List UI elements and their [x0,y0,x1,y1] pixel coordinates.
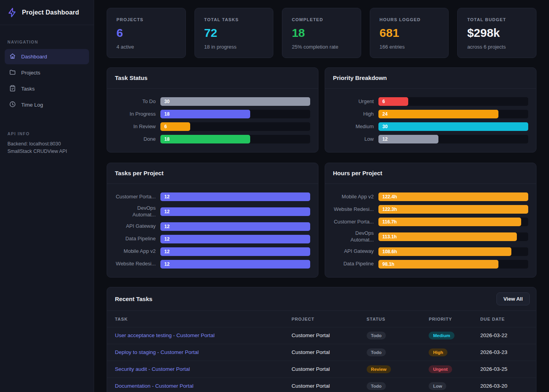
chart-bar-row: Done18 [115,135,310,143]
sidebar-item-label: Dashboard [21,54,47,60]
stat-card-completed: COMPLETED1825% completion rate [282,8,361,58]
chart-category-label: Urgent [333,98,374,105]
chart-category-label: Website Redesi... [333,206,374,213]
table-row: Security audit - Customer PortalCustomer… [107,361,536,377]
column-header-due-date: DUE DATE [480,311,536,327]
chart-bar-value: 12 [164,194,169,200]
chart-bar-track: 18 [160,110,310,118]
sidebar-item-tasks[interactable]: Tasks [5,81,89,96]
chart-category-label: DevOps Automat... [333,230,374,243]
task-link[interactable]: User acceptance testing - Customer Porta… [115,332,215,338]
clipboard-check-icon [9,85,16,93]
app-logo: Project Dashboard [0,0,94,25]
chart-bar-track: 12 [160,235,310,243]
task-link[interactable]: Security audit - Customer Portal [115,366,190,372]
chart-bar: 108.6h [378,247,511,256]
chart-bar-track: 30 [378,122,528,131]
chart-title: Hours per Project [333,170,382,176]
chart-bar: 6 [378,97,408,106]
chart-category-label: To Do [115,98,156,105]
table-row: Documentation - Customer PortalCustomer … [107,377,536,392]
view-all-button[interactable]: View All [496,292,530,305]
chart-bar-value: 122.4h [382,194,397,200]
chart-bar-track: 12 [160,260,310,269]
sidebar-item-label: Projects [21,70,40,76]
chart-title: Priority Breakdown [333,74,387,81]
chart-category-label: In Progress [115,111,156,118]
chart-category-label: Medium [333,123,374,130]
cell-priority: Low [429,377,480,392]
tasks-per-project-chart: Tasks per ProjectCustomer Porta...12DevO… [107,163,318,278]
stats-row: PROJECTS64 activeTOTAL TASKS7218 in prog… [107,8,536,58]
stat-label: TOTAL BUDGET [467,17,527,22]
stat-card-hours-logged: HOURS LOGGED681166 entries [370,8,449,58]
chart-bar-row: Customer Porta...12 [115,192,310,201]
stat-label: COMPLETED [292,17,351,22]
stat-value: 18 [292,27,351,39]
chart-body: To Do30In Progress18In Review6Done18 [107,89,318,152]
task-link[interactable]: Deploy to staging - Customer Portal [115,349,199,355]
table-row: Deploy to staging - Customer PortalCusto… [107,344,536,361]
cell-due-date: 2026-03-22 [480,327,536,344]
chart-bar-track: 6 [378,97,528,106]
recent-tasks-title: Recent Tasks [115,296,153,302]
chart-bar-track: 12 [160,207,310,216]
chart-body: Urgent6High24Medium30Low12 [325,89,536,152]
chart-bar-row: High24 [333,110,528,118]
status-badge: Todo [367,332,386,339]
cell-status: Todo [367,327,429,344]
chart-bar-row: Data Pipeline12 [115,235,310,243]
sidebar-item-time-log[interactable]: Time Log [5,97,89,113]
chart-header: Hours per Project [325,163,536,184]
chart-bar-value: 6 [164,124,167,129]
nav-list: DashboardProjectsTasksTime Log [5,49,89,113]
chart-bar-value: 24 [382,111,387,117]
cell-priority: Urgent [429,361,480,377]
stat-subtext: 25% completion rate [292,44,351,50]
chart-category-label: Low [333,136,374,143]
priority-badge: Low [429,382,446,390]
chart-bar-row: Website Redesi...12 [115,260,310,269]
cell-task: Deploy to staging - Customer Portal [107,344,291,361]
chart-bar-value: 30 [164,99,169,104]
chart-bar: 122.3h [378,205,528,214]
chart-bar-value: 30 [382,124,387,129]
chart-bar-row: API Gateway108.6h [333,247,528,256]
cell-project: Customer Portal [291,377,366,392]
stat-label: HOURS LOGGED [380,17,439,22]
stat-card-projects: PROJECTS64 active [107,8,186,58]
cell-status: Todo [367,377,429,392]
chart-bar: 24 [378,110,498,118]
chart-bar-row: Data Pipeline98.1h [333,260,528,269]
api-name-line: SmallStack CRUDView API [7,148,86,155]
column-header-project: PROJECT [291,311,366,327]
chart-bar-row: In Progress18 [115,110,310,118]
stat-label: TOTAL TASKS [204,17,264,22]
hours-per-project-chart: Hours per ProjectMobile App v2122.4hWebs… [325,163,536,278]
chart-bar-value: 18 [164,136,169,142]
chart-category-label: High [333,111,374,118]
chart-bar-value: 12 [164,209,169,214]
chart-bar: 12 [160,207,310,216]
task-link[interactable]: Documentation - Customer Portal [115,383,193,389]
chart-bar: 30 [160,97,310,106]
api-info-section: API INFO Backend: localhost:8030 SmallSt… [0,113,94,155]
cell-status: Todo [367,344,429,361]
stat-label: PROJECTS [116,17,176,22]
chart-bar: 18 [160,135,250,143]
chart-bar-value: 6 [382,99,385,104]
sidebar-item-label: Time Log [21,102,43,108]
cell-task: Documentation - Customer Portal [107,377,291,392]
sidebar-item-projects[interactable]: Projects [5,65,89,80]
cell-project: Customer Portal [291,361,366,377]
cell-due-date: 2026-03-20 [480,377,536,392]
chart-bar: 12 [160,260,310,269]
sidebar-item-dashboard[interactable]: Dashboard [5,49,89,64]
chart-bar-row: Mobile App v2122.4h [333,192,528,201]
stat-value: 72 [204,27,264,39]
api-backend-line: Backend: localhost:8030 [7,140,86,148]
chart-bar-track: 30 [160,97,310,106]
chart-bar: 12 [160,222,310,231]
stat-value: 6 [116,27,176,39]
recent-tasks-panel: Recent Tasks View All TASKPROJECTSTATUSP… [107,287,536,392]
